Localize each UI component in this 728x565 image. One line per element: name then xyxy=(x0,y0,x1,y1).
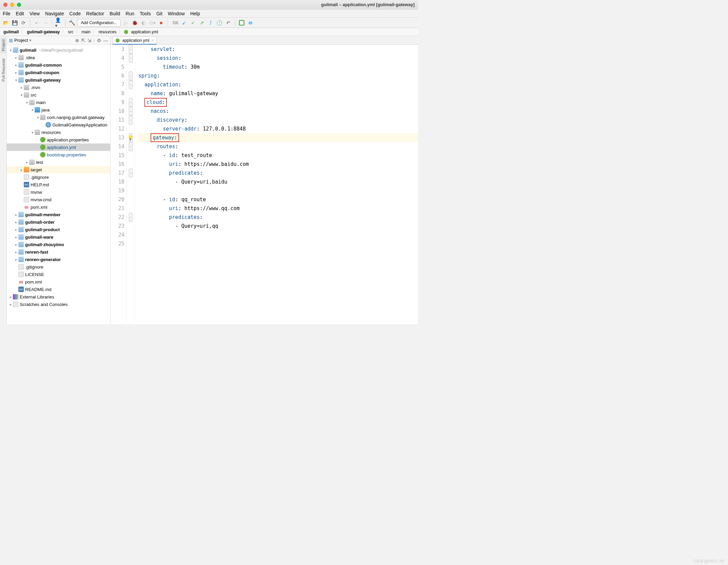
menu-view[interactable]: View xyxy=(30,11,40,16)
left-tool-strip: Project Pull Requests xyxy=(0,36,7,324)
menu-run[interactable]: Run xyxy=(126,11,135,16)
tree-item[interactable]: MDREADME.md xyxy=(7,286,110,293)
tree-item[interactable]: ▸gulimall-product xyxy=(7,226,110,233)
tree-item[interactable]: ©GulimallGatewayApplication xyxy=(7,121,110,129)
hide-icon[interactable]: — xyxy=(103,38,108,43)
tree-item[interactable]: ▾java xyxy=(7,106,110,114)
crumb-src[interactable]: src xyxy=(67,30,74,34)
crumb-resources[interactable]: resources xyxy=(98,30,117,34)
menu-help[interactable]: Help xyxy=(190,11,200,16)
tree-item[interactable]: ▸test xyxy=(7,158,110,166)
forward-icon: → xyxy=(42,19,49,27)
rollback-icon[interactable]: ↶ xyxy=(225,19,232,27)
spring-icon xyxy=(124,30,128,34)
tree-item[interactable]: ▸renren-generator xyxy=(7,256,110,263)
tree-item[interactable]: ▸gulimall-coupon xyxy=(7,69,110,76)
add-configuration-button[interactable]: Add Configuration... xyxy=(77,19,121,27)
tree-item[interactable]: MDHELP.md xyxy=(7,181,110,188)
locate-icon[interactable]: ⊕ xyxy=(75,38,79,43)
tree-item-selected[interactable]: application.yml xyxy=(7,143,110,151)
crumb-module[interactable]: gulimall-gateway xyxy=(26,30,60,34)
inspect-icon[interactable]: ⊘ xyxy=(247,19,254,27)
tab-label: application.yml xyxy=(122,38,149,43)
minimize-window-button[interactable] xyxy=(10,3,14,7)
menu-build[interactable]: Build xyxy=(109,11,120,16)
toolbar: 📂 💾 ⟳ ← → 👤▾ 🔨 Add Configuration... ▷ 🐞 … xyxy=(0,18,418,28)
git-commit-icon[interactable]: ✓ xyxy=(189,19,197,27)
tree-item[interactable]: .gitignore xyxy=(7,173,110,181)
crumb-file[interactable]: application.yml xyxy=(131,30,159,34)
tree-item[interactable]: ▸gulimall-member xyxy=(7,211,110,218)
tree-item[interactable]: ▾main xyxy=(7,99,110,106)
save-icon[interactable]: 💾 xyxy=(11,19,18,27)
tree-item[interactable]: application.properties xyxy=(7,136,110,143)
tree-item[interactable]: mvnw.cmd xyxy=(7,196,110,203)
user-icon[interactable]: 👤▾ xyxy=(55,19,63,27)
menu-file[interactable]: File xyxy=(3,11,11,16)
menu-tools[interactable]: Tools xyxy=(140,11,151,16)
spring-icon xyxy=(116,38,120,42)
menu-window[interactable]: Window xyxy=(168,11,185,16)
tree-item[interactable]: ▾com.nanjing.gulimall.gateway xyxy=(7,114,110,121)
git-update-icon[interactable]: ↙ xyxy=(180,19,188,27)
close-window-button[interactable] xyxy=(3,3,7,7)
code-content[interactable]: servlet: session: timeout: 30mspring: ap… xyxy=(135,45,418,324)
tree-item[interactable]: ▾resources xyxy=(7,129,110,136)
titlebar: gulimall – application.yml [gulimall-gat… xyxy=(0,0,418,10)
menu-git[interactable]: Git xyxy=(156,11,162,16)
gutter-marks: −−−−−−−−−−− xyxy=(127,45,135,324)
sync-icon[interactable]: ⟳ xyxy=(20,19,27,27)
tree-item[interactable]: ▸.idea xyxy=(7,54,110,61)
breadcrumb: gulimall〉 gulimall-gateway〉 src〉 main〉 r… xyxy=(0,28,418,36)
tree-item[interactable]: ▸renren-fast xyxy=(7,248,110,256)
tree-item[interactable]: ▸gulimall-zhouyimo xyxy=(7,241,110,248)
tree-item[interactable]: ▸gulimall-order xyxy=(7,218,110,226)
tree-item[interactable]: .gitignore xyxy=(7,263,110,271)
tree-external-libs[interactable]: ▸External Libraries xyxy=(7,293,110,301)
tree-root[interactable]: ▾gulimall ~/IdeaProjects/gulimall xyxy=(7,46,110,54)
expand-all-icon[interactable]: ⇱ xyxy=(81,38,85,43)
tree-item[interactable]: ▸gulimall-ware xyxy=(7,233,110,241)
menu-edit[interactable]: Edit xyxy=(16,11,24,16)
git-history-icon[interactable]: ⤴ xyxy=(207,19,214,27)
project-tool-tab[interactable]: Project xyxy=(1,37,6,53)
settings-icon[interactable]: ⚙ xyxy=(97,38,101,43)
git-push-icon[interactable]: ↗ xyxy=(198,19,206,27)
menu-navigate[interactable]: Navigate xyxy=(45,11,64,16)
window-title: gulimall – application.yml [gulimall-gat… xyxy=(321,2,415,7)
tree-item[interactable]: ▸gulimall-common xyxy=(7,61,110,69)
history-icon[interactable]: 🕐 xyxy=(216,19,223,27)
tree-item[interactable]: ▸.mvn xyxy=(7,84,110,91)
tree-item[interactable]: bootstrap.properties xyxy=(7,151,110,158)
tree-item[interactable]: LICENSE xyxy=(7,271,110,278)
panel-title: Project xyxy=(14,38,28,43)
menu-bar: File Edit View Navigate Code Refactor Bu… xyxy=(0,10,418,18)
maximize-window-button[interactable] xyxy=(17,3,21,7)
crumb-main[interactable]: main xyxy=(81,30,91,34)
project-tree[interactable]: ▾gulimall ~/IdeaProjects/gulimall ▸.idea… xyxy=(7,45,110,324)
run-icon: ▷ xyxy=(122,19,129,27)
tree-item[interactable]: ▸target xyxy=(7,166,110,173)
open-icon[interactable]: 📂 xyxy=(2,19,10,27)
back-icon[interactable]: ← xyxy=(33,19,40,27)
tree-item[interactable]: ▾gulimall-gateway xyxy=(7,76,110,84)
tree-item[interactable]: mvnw xyxy=(7,188,110,196)
collapse-all-icon[interactable]: ⇲ xyxy=(87,38,91,43)
code-with-me-icon[interactable] xyxy=(238,19,245,27)
pull-requests-tool-tab[interactable]: Pull Requests xyxy=(1,56,6,84)
editor-body[interactable]: 345678910111213141516171819202122232425 … xyxy=(110,45,418,324)
tree-scratches[interactable]: ▸Scratches and Consoles xyxy=(7,301,110,308)
menu-code[interactable]: Code xyxy=(69,11,81,16)
profile-icon: ⊙▾ xyxy=(149,19,156,27)
editor-tab-active[interactable]: application.yml × xyxy=(112,36,157,45)
stop-icon[interactable]: ■ xyxy=(157,19,165,27)
line-gutter: 345678910111213141516171819202122232425 xyxy=(110,45,127,324)
debug-icon: 🐞 xyxy=(131,19,138,27)
build-icon[interactable]: 🔨 xyxy=(68,19,76,27)
menu-refactor[interactable]: Refactor xyxy=(86,11,104,16)
tree-item[interactable]: mpom.xml xyxy=(7,278,110,286)
crumb-project[interactable]: gulimall xyxy=(3,30,19,34)
tree-item[interactable]: ▾src xyxy=(7,91,110,99)
close-tab-icon[interactable]: × xyxy=(151,38,154,43)
tree-item[interactable]: mpom.xml xyxy=(7,203,110,211)
